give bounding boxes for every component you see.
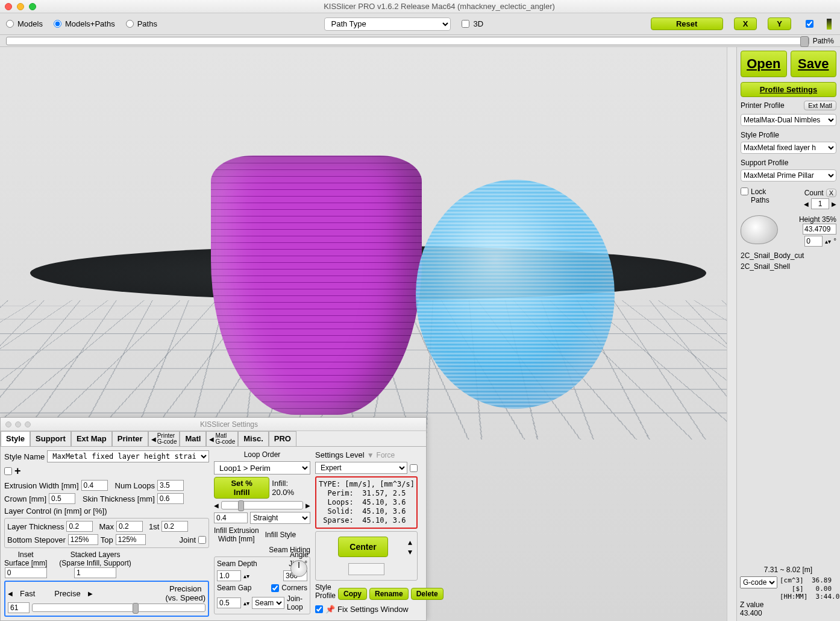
model-list-item-2[interactable]: 2C_Snail_Shell [741,262,836,271]
precision-slider-thumb[interactable] [133,603,139,614]
view-mode-models-paths[interactable]: Models+Paths [54,19,115,28]
layer-thickness-label: Layer Thickness [7,522,64,531]
window-controls [5,3,36,10]
open-button[interactable]: Open [741,51,787,77]
seam-depth-stepper-icon[interactable]: ▴▾ [243,573,249,579]
support-profile-select[interactable]: MaxMetal Prime Pillar [741,169,836,181]
tab-printer[interactable]: Printer [112,431,148,446]
seam-select[interactable]: Seam [252,597,284,609]
path-pct-checkbox[interactable] [806,20,813,28]
tab-printer-gcode[interactable]: ◀Printer G-code [148,431,180,446]
lock-paths-checkbox[interactable] [741,188,748,195]
corners-checkbox[interactable] [271,584,279,592]
paths-radio[interactable] [126,20,134,28]
tab-matl-gcode[interactable]: ◀Matl G-code [206,431,238,446]
lock-paths-label: Lock Paths [751,188,769,204]
model-preview-snail[interactable] [416,180,615,409]
inset-surface-field[interactable] [5,567,47,578]
height-field[interactable] [803,224,836,235]
printer-profile-label: Printer Profile [741,101,785,110]
joint-checkbox[interactable] [198,536,206,544]
count-incr-icon[interactable]: ▶ [832,201,836,207]
seam-gap-field[interactable] [217,597,241,608]
tab-ext-map[interactable]: Ext Map [71,431,112,446]
crown-field[interactable] [49,493,75,504]
infill-style-select[interactable]: Straight [250,512,310,524]
center-button[interactable]: Center [338,537,387,557]
models-paths-radio[interactable] [54,20,61,28]
precision-slider[interactable] [32,604,205,612]
path-slider-thumb[interactable] [800,36,809,47]
minimize-window-icon[interactable] [17,3,24,10]
threeD-checkbox[interactable] [462,20,469,28]
max-field[interactable] [116,521,143,532]
copy-button[interactable]: Copy [338,588,367,600]
settings-min-icon[interactable] [15,421,21,427]
gcode-select[interactable]: G-code [740,576,777,588]
angle-field[interactable] [804,236,823,247]
tab-matl[interactable]: Matl [180,431,206,446]
infill-slider[interactable] [221,501,303,509]
style-profile-label: Style Profile [741,131,836,139]
threeD-toggle[interactable]: 3D [462,19,483,28]
add-style-button[interactable]: + [14,465,21,478]
path-type-select[interactable]: Path Type [324,17,451,31]
reset-x-button[interactable]: X [734,17,757,30]
zoom-window-icon[interactable] [29,3,36,10]
infill-ext-width-field[interactable] [214,512,248,523]
skin-thickness-field[interactable] [157,493,184,504]
settings-zoom-icon[interactable] [25,421,31,427]
close-window-icon[interactable] [5,3,12,10]
seam-depth-field[interactable] [217,570,241,581]
set-infill-button[interactable]: Set % Infill [214,477,269,499]
view-mode-models[interactable]: Models [6,19,43,28]
tab-style[interactable]: Style [1,431,30,446]
first-field[interactable] [161,521,188,532]
stacked-layers-field[interactable] [74,567,116,578]
bottom-stepover-field[interactable] [68,534,98,545]
reset-button[interactable]: Reset [651,17,723,30]
seam-gap-stepper-icon[interactable]: ▴▾ [243,600,249,607]
reset-y-button[interactable]: Y [768,17,791,30]
close-model-button[interactable]: X [826,189,836,197]
center-stepper-icon[interactable]: ▴▾ [408,537,412,556]
num-loops-field[interactable] [157,480,184,491]
style-lock-checkbox[interactable] [4,467,12,475]
loop-order-select[interactable]: Loop1 > Perim [214,461,310,474]
infill-slider-thumb[interactable] [238,500,244,511]
settings-col-right: Settings Level ▼ Force Expert TYPE: [mm/… [315,450,418,617]
fix-settings-checkbox[interactable] [315,605,323,613]
printer-profile-select[interactable]: MetalMax-Dual Nimbles [741,114,836,126]
viewport-vscroll[interactable] [727,47,736,621]
tab-misc[interactable]: Misc. [238,431,269,446]
models-radio[interactable] [6,20,14,28]
infill-left-icon[interactable]: ◀ [214,502,219,509]
settings-close-icon[interactable] [5,421,11,427]
precision-field[interactable] [8,602,30,613]
angle-dial[interactable] [290,560,307,577]
style-name-select[interactable]: MaxMetal fixed layer height straight inf… [47,450,209,462]
save-button[interactable]: Save [791,51,837,77]
extrusion-width-field[interactable] [81,480,108,491]
delete-button[interactable]: Delete [411,588,444,600]
top-field[interactable] [116,534,146,545]
infill-right-icon[interactable]: ▶ [306,502,310,509]
height-pct-label: Height 35% [780,215,836,224]
rename-button[interactable]: Rename [369,588,409,600]
layer-thickness-field[interactable] [66,521,93,532]
z-value-readout: 43.400 [740,609,836,617]
view-mode-paths[interactable]: Paths [126,19,157,28]
tab-support[interactable]: Support [30,431,71,446]
ext-matl-button[interactable]: Ext Matl [804,101,836,110]
model-preview-pillar[interactable] [211,156,422,415]
force-checkbox[interactable] [410,464,418,472]
settings-level-select[interactable]: Expert [315,462,407,474]
count-field[interactable] [811,198,829,209]
path-slider[interactable] [6,37,809,45]
style-profile-select[interactable]: MaxMetal fixed layer h [741,142,836,154]
model-list-item-1[interactable]: 2C_Snail_Body_cut [741,251,836,260]
count-decr-icon[interactable]: ◀ [804,201,809,207]
angle-stepper-icon[interactable]: ▴▾ [825,238,831,245]
tab-pro[interactable]: PRO [269,431,296,446]
profile-settings-button[interactable]: Profile Settings [741,82,836,97]
